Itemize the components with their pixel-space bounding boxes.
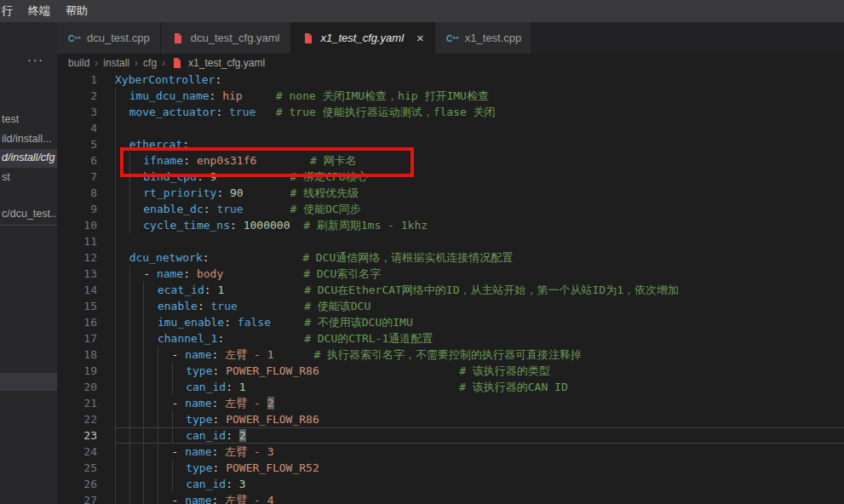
indent-guide-icon [129, 379, 144, 395]
indent-guide-icon [129, 314, 144, 330]
code-line[interactable]: 13- name: body # DCU索引名字 [57, 266, 844, 282]
indent-guide-icon [115, 217, 129, 233]
indent-guide-icon [115, 476, 129, 492]
tab-x1_test.cpp[interactable]: C++x1_test.cpp [435, 22, 533, 54]
code-line[interactable]: 10cycle_time_ns: 1000000 # 刷新周期1ms - 1kh… [57, 217, 844, 233]
code-token: : [224, 316, 238, 329]
tab-label: dcu_test.cpp [87, 32, 150, 44]
indent-guide-icon [143, 460, 158, 476]
indent-guide-icon [115, 169, 129, 185]
indent-guide-icon [158, 444, 172, 460]
indent-guide-icon [143, 330, 158, 346]
indent-guide-icon [143, 427, 158, 444]
code-token: 1000000 [244, 219, 290, 232]
code-line[interactable]: 19type: POWER_FLOW_R86 # 该执行器的类型 [57, 363, 844, 379]
indent-guide-icon [129, 444, 144, 460]
breadcrumb-item[interactable]: install [103, 57, 129, 69]
code-line[interactable]: 26can_id: 3 [57, 476, 844, 492]
breadcrumb-item[interactable]: build [68, 57, 89, 69]
code-line[interactable]: 22type: POWER_FLOW_R86 [57, 411, 844, 427]
code-token [246, 381, 459, 393]
code-line[interactable]: 27- name: 左臂 - 4 [57, 492, 844, 504]
menu-item[interactable]: 行 [0, 3, 20, 19]
indent-guide-icon [115, 266, 129, 282]
indent-guide-icon [158, 411, 172, 427]
indent-guide-icon [115, 152, 129, 169]
code-token: - [143, 267, 157, 280]
sidebar-item[interactable]: ild/install... [0, 133, 57, 145]
code-line[interactable]: 21- name: 左臂 - 2 [57, 395, 844, 411]
sidebar-item[interactable]: c/dcu_test... [0, 208, 57, 220]
code-token: : [182, 138, 189, 151]
code-editor[interactable]: 1XyberController:2imu_dcu_name: hip # no… [57, 72, 844, 504]
code-line[interactable]: 8rt_priority: 90 # 线程优先级 [57, 185, 844, 201]
code-token: : [212, 348, 226, 361]
code-token: - [172, 348, 186, 361]
indent-guide-icon [129, 298, 144, 314]
sidebar-item[interactable]: test [0, 113, 57, 125]
indent-guide-icon [129, 492, 144, 504]
code-line[interactable]: 1XyberController: [57, 72, 844, 88]
breadcrumb-item[interactable]: cfg [143, 57, 157, 69]
code-line[interactable]: 23can_id: 2 [57, 427, 844, 444]
line-number: 12 [57, 249, 115, 266]
tab-x1_test_cfg.yaml[interactable]: x1_test_cfg.yaml× [291, 22, 435, 54]
code-line[interactable]: 5ethercat: [57, 136, 844, 152]
menu-item[interactable]: 帮助 [58, 3, 95, 19]
code-token: dcu_network [129, 251, 203, 264]
code-line[interactable]: 24- name: 左臂 - 3 [57, 444, 844, 460]
code-token: : [183, 267, 197, 280]
breadcrumb-separator-icon: › [162, 57, 165, 69]
code-line[interactable]: 20can_id: 1 # 该执行器的CAN ID [57, 379, 844, 395]
tab-dcu_test_cfg.yaml[interactable]: dcu_test_cfg.yaml [161, 22, 291, 54]
code-line[interactable]: 12dcu_network: # DCU通信网络，请根据实机连接情况配置 [57, 249, 844, 266]
code-token: 90 [230, 186, 244, 199]
code-token: imu_enable [158, 316, 224, 329]
code-token: # 使能该DCU [304, 300, 370, 312]
code-line[interactable]: 17channel_1: # DCU的CTRL-1通道配置 [57, 330, 844, 346]
close-icon[interactable]: × [416, 32, 424, 44]
code-token: enp0s31f6 [197, 154, 256, 167]
indent-guide-icon [129, 395, 144, 411]
code-line[interactable]: 16imu_enable: false # 不使用该DCU的IMU [57, 314, 844, 330]
indent-guide-icon [143, 298, 158, 314]
line-number: 24 [57, 444, 115, 460]
more-actions-icon[interactable]: ··· [27, 53, 44, 66]
code-token: can_id [186, 478, 226, 490]
indent-guide-icon [115, 88, 129, 104]
code-token: : [212, 397, 226, 410]
code-text: ifname: enp0s31f6 # 网卡名 [115, 152, 844, 169]
code-line[interactable]: 14ecat_id: 1 # DCU在EtherCAT网络中的ID，从主站开始，… [57, 282, 844, 298]
tab-dcu_test.cpp[interactable]: C++dcu_test.cpp [57, 22, 161, 54]
sidebar-item[interactable]: d/install/cfg [0, 152, 57, 163]
indent-guide-icon [115, 460, 129, 476]
code-line[interactable]: 3move_actuator: true # true 使能执行器运动测试，fl… [57, 104, 844, 120]
breadcrumb: build›install›cfg›x1_test_cfg.yaml [57, 54, 844, 72]
breadcrumb-file[interactable]: x1_test_cfg.yaml [170, 56, 265, 70]
code-token [224, 332, 304, 345]
code-line[interactable]: 4 [57, 120, 844, 136]
code-token [255, 106, 275, 118]
code-token: channel_1 [158, 332, 217, 345]
code-line[interactable]: 25type: POWER_FLOW_R52 [57, 460, 844, 476]
code-token: imu_dcu_name [129, 89, 210, 102]
indent-guide-icon [143, 379, 158, 395]
code-token: POWER_FLOW_R86 [226, 413, 319, 426]
code-token: # 使能DC同步 [290, 203, 361, 215]
code-line[interactable]: 2imu_dcu_name: hip # none 关闭IMU检查，hip 打开… [57, 88, 844, 104]
sidebar-item[interactable]: st [0, 171, 57, 183]
code-text [115, 233, 844, 249]
code-line[interactable]: 11 [57, 233, 844, 249]
code-token: : [204, 284, 218, 296]
indent-guide-icon [143, 346, 158, 363]
indent-guide-icon [158, 379, 172, 395]
code-line[interactable]: 7bind_cpu: 9 # 绑定CPU核心 [57, 169, 844, 185]
code-line[interactable]: 9enable_dc: true # 使能DC同步 [57, 201, 844, 217]
code-token [319, 364, 459, 377]
code-token: ethercat [129, 138, 183, 151]
code-line[interactable]: 15enable: true # 使能该DCU [57, 298, 844, 314]
code-line[interactable]: 6ifname: enp0s31f6 # 网卡名 [57, 152, 844, 169]
code-line[interactable]: 18- name: 左臂 - 1 # 执行器索引名字，不需要控制的执行器可直接注… [57, 346, 844, 363]
indent-guide-icon [172, 379, 187, 395]
menu-item[interactable]: 终端 [20, 3, 58, 19]
